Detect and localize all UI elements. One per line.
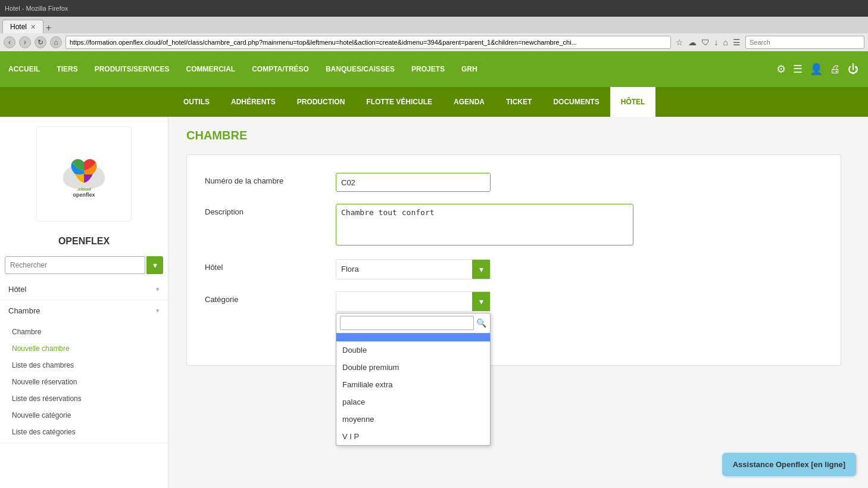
textarea-description-wrap: Chambre tout confort: [336, 204, 633, 247]
sub-nav: OUTILS ADHÉRENTS PRODUCTION FLOTTE VÉHIC…: [0, 87, 868, 117]
dropdown-item-double-premium[interactable]: Double premium: [336, 359, 490, 376]
address-input[interactable]: [65, 36, 671, 49]
subnav-adherents[interactable]: ADHÉRENTS: [220, 87, 286, 117]
address-bar: ‹ › ↻ ⌂ ☆ ☁ 🛡 ↓ ⌂ ☰: [0, 33, 868, 51]
sidebar-item-nouvelle-chambre[interactable]: Nouvelle chambre: [0, 340, 168, 357]
form-row-hotel: Hôtel Flora ▾: [205, 259, 823, 279]
dropdown-search-row: 🔍: [336, 313, 490, 333]
nav-banques[interactable]: BANQUES/CAISSES: [317, 51, 403, 87]
nav-compta[interactable]: COMPTA/TRÉSO: [243, 51, 317, 87]
forward-button[interactable]: ›: [19, 36, 31, 48]
back-button[interactable]: ‹: [4, 36, 15, 48]
new-tab-button[interactable]: +: [43, 23, 54, 33]
sidebar-item-liste-chambres[interactable]: Liste des chambres: [0, 357, 168, 374]
label-hotel: Hôtel: [205, 259, 324, 272]
select-hotel[interactable]: Flora ▾: [336, 259, 491, 279]
bookmark-icon[interactable]: ☆: [675, 38, 685, 47]
select-hotel-btn[interactable]: ▾: [472, 260, 490, 279]
tab-label: Hotel: [10, 23, 27, 31]
browser-titlebar: Hotel - Mozilla Firefox: [0, 0, 868, 17]
chevron-down-icon-2: ▾: [156, 307, 160, 315]
select-categorie-wrap: ▾ 🔍 Double Double premium Familiale extr…: [336, 291, 633, 312]
dropdown-item-double[interactable]: Double: [336, 341, 490, 359]
dropdown-search-input[interactable]: [340, 316, 474, 330]
logo-box: .cloud openflex: [36, 126, 132, 222]
sidebar: .cloud openflex OPENFLEX ▾ Hôtel ▾ Chamb…: [0, 117, 168, 488]
top-nav-icons: ⚙ ☰ 👤 🖨 ⏻: [767, 63, 868, 76]
dropdown-item-empty[interactable]: [336, 333, 490, 341]
assistance-bubble[interactable]: Assistance Openflex [en ligne]: [722, 453, 856, 476]
input-numero[interactable]: [336, 173, 491, 192]
select-hotel-wrap: Flora ▾: [336, 259, 633, 279]
home-icon2[interactable]: ⌂: [722, 38, 729, 47]
settings-icon[interactable]: ⚙: [776, 63, 786, 76]
form-row-numero: Numéro de la chambre: [205, 173, 823, 192]
input-numero-wrap: [336, 173, 633, 192]
form-card: Numéro de la chambre Description Chambre…: [186, 154, 841, 366]
home-button[interactable]: ⌂: [50, 36, 62, 48]
top-nav: ACCUEIL TIERS PRODUITS/SERVICES COMMERCI…: [0, 51, 868, 87]
shield-icon[interactable]: 🛡: [700, 38, 711, 47]
label-description: Description: [205, 204, 324, 216]
user-icon[interactable]: 👤: [810, 63, 823, 76]
tab-close-icon[interactable]: ✕: [30, 23, 36, 31]
subnav-documents[interactable]: DOCUMENTS: [542, 87, 610, 117]
main-layout: .cloud openflex OPENFLEX ▾ Hôtel ▾ Chamb…: [0, 117, 868, 488]
browser-title: Hotel - Mozilla Firefox: [5, 5, 68, 12]
dropdown-search-icon: 🔍: [476, 318, 486, 328]
textarea-description[interactable]: Chambre tout confort: [336, 204, 633, 245]
sidebar-search-dropdown-btn[interactable]: ▾: [146, 256, 163, 274]
content-area: CHAMBRE Numéro de la chambre Description…: [168, 117, 868, 488]
sidebar-section-chambre: Chambre ▾ Chambre Nouvelle chambre Liste…: [0, 300, 168, 443]
subnav-production[interactable]: PRODUCTION: [286, 87, 356, 117]
dropdown-item-familiale-extra[interactable]: Familiale extra: [336, 376, 490, 393]
cloud-icon[interactable]: ☁: [687, 38, 698, 47]
power-icon[interactable]: ⏻: [848, 63, 858, 76]
sidebar-search-input[interactable]: [5, 256, 145, 274]
select-categorie-btn[interactable]: ▾: [472, 292, 490, 311]
sidebar-item-liste-reservations[interactable]: Liste des réservations: [0, 390, 168, 407]
browser-tab[interactable]: Hotel ✕: [2, 20, 43, 33]
nav-accueil[interactable]: ACCUEIL: [0, 51, 48, 87]
sidebar-section-hotel-header[interactable]: Hôtel ▾: [0, 279, 168, 300]
chevron-down-icon: ▾: [156, 285, 160, 293]
select-categorie[interactable]: ▾: [336, 291, 491, 312]
dropdown-list: Double Double premium Familiale extra pa…: [336, 333, 490, 445]
dropdown-item-vip[interactable]: V I P: [336, 428, 490, 445]
nav-commercial[interactable]: COMMERCIAL: [178, 51, 244, 87]
subnav-flotte[interactable]: FLOTTE VÉHICULE: [355, 87, 443, 117]
menu-icon[interactable]: ☰: [793, 63, 803, 76]
logo-image: .cloud openflex: [54, 144, 114, 204]
subnav-ticket[interactable]: TICKET: [495, 87, 542, 117]
sidebar-item-nouvelle-categorie[interactable]: Nouvelle catégorie: [0, 407, 168, 424]
sidebar-chambre-items: Chambre Nouvelle chambre Liste des chamb…: [0, 321, 168, 443]
page-title: CHAMBRE: [186, 129, 850, 142]
select-hotel-value[interactable]: Flora: [336, 260, 472, 279]
sidebar-item-liste-categories[interactable]: Liste des catégories: [0, 424, 168, 440]
form-buttons: Créer Annuler: [205, 326, 823, 347]
download-icon[interactable]: ↓: [713, 38, 720, 47]
browser-search-input[interactable]: [745, 36, 864, 49]
dropdown-item-palace[interactable]: palace: [336, 393, 490, 411]
sidebar-section-chambre-header[interactable]: Chambre ▾: [0, 300, 168, 321]
sidebar-item-chambre[interactable]: Chambre: [0, 324, 168, 340]
nav-tiers[interactable]: TIERS: [48, 51, 86, 87]
reload-button[interactable]: ↻: [35, 36, 46, 48]
label-categorie: Catégorie: [205, 291, 324, 304]
top-nav-links: ACCUEIL TIERS PRODUITS/SERVICES COMMERCI…: [0, 51, 767, 87]
form-row-categorie: Catégorie ▾ 🔍 Double: [205, 291, 823, 312]
svg-text:.cloud: .cloud: [77, 187, 91, 192]
sidebar-section-chambre-label: Chambre: [8, 306, 40, 315]
nav-grh[interactable]: GRH: [453, 51, 486, 87]
nav-projets[interactable]: PROJETS: [403, 51, 453, 87]
overflow-icon[interactable]: ☰: [732, 38, 742, 47]
nav-produits[interactable]: PRODUITS/SERVICES: [86, 51, 178, 87]
print-icon[interactable]: 🖨: [830, 63, 841, 76]
dropdown-item-moyenne[interactable]: moyenne: [336, 411, 490, 428]
subnav-agenda[interactable]: AGENDA: [443, 87, 495, 117]
sidebar-search-row: ▾: [5, 256, 163, 274]
sidebar-item-nouvelle-reservation[interactable]: Nouvelle réservation: [0, 374, 168, 390]
subnav-hotel[interactable]: HÔTEL: [610, 87, 656, 117]
subnav-outils[interactable]: OUTILS: [173, 87, 220, 117]
svg-text:openflex: openflex: [73, 192, 95, 198]
